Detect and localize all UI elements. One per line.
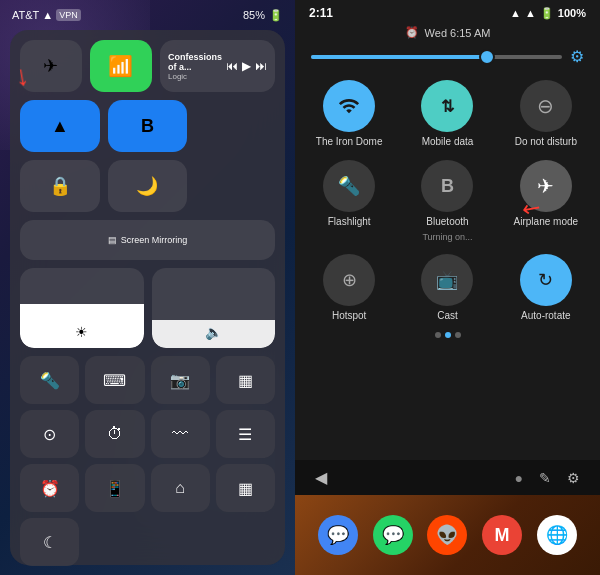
android-panel: ↙ 2:11 ▲ ▲ 🔋 100% ⏰ Wed 6:15 AM ⚙ The Ir… [295,0,600,575]
ios-music-widget[interactable]: Confessions of a... Logic ⏮ ▶ ⏭ [160,40,275,92]
ios-status-right: 85% 🔋 [243,9,283,22]
ios-bluetooth-toggle[interactable]: B [108,100,188,152]
android-tile-mobile-data[interactable]: ⇅ Mobile data [405,80,489,148]
android-tile-sublabel-bluetooth: Turning on... [422,232,472,242]
ios-flashlight-btn[interactable]: 🔦 [20,356,79,404]
android-tile-icon-flashlight: 🔦 [323,160,375,212]
android-status-right: ▲ ▲ 🔋 100% [510,7,586,20]
ios-lock-toggle[interactable]: 🔒 [20,160,100,212]
ios-next-icon[interactable]: ⏭ [255,59,267,73]
ios-record-btn[interactable]: ⊙ [20,410,79,458]
android-tile-icon-bluetooth: B [421,160,473,212]
android-notification: ⏰ Wed 6:15 AM [295,24,600,45]
ios-home-btn[interactable]: ⌂ [151,464,210,512]
android-brightness-thumb[interactable] [479,49,495,65]
android-tile-airplane[interactable]: ✈ Airplane mode [504,160,588,242]
ios-camera-icon: 📷 [170,371,190,390]
ios-lock-row: 🔒 🌙 [20,160,275,212]
android-nav-circle-icon: ● [515,470,523,486]
android-tile-icon-dnd: ⊖ [520,80,572,132]
ios-camera-btn[interactable]: 📷 [151,356,210,404]
ios-music-info: Confessions of a... Logic [168,52,222,81]
android-brightness-settings-icon[interactable]: ⚙ [570,47,584,66]
ios-vpn-badge: VPN [56,9,81,21]
ios-screen-mirroring[interactable]: ▤ Screen Mirroring [20,220,275,260]
ios-audio-btn[interactable]: 〰 [151,410,210,458]
ios-volume-icon: 🔈 [205,324,222,340]
ios-notes-btn[interactable]: ☰ [216,410,275,458]
ios-panel: ↓ AT&T ▲ VPN 85% 🔋 ✈ 📶 Confessions of a.… [0,0,295,575]
ios-prev-icon[interactable]: ⏮ [226,59,238,73]
ios-status-left: AT&T ▲ VPN [12,9,81,21]
android-nav-settings-icon[interactable]: ⚙ [567,470,580,486]
android-brightness-row: ⚙ [295,45,600,76]
ios-alarm-icon: ⏰ [40,479,60,498]
android-battery-icon: 🔋 [540,7,554,20]
android-tile-hotspot[interactable]: ⊕ Hotspot [307,254,391,322]
ios-hotspot-icon: 📶 [108,54,133,78]
ios-remote-btn[interactable]: 📱 [85,464,144,512]
android-dnd-icon: ⊖ [537,94,554,118]
android-mobile-data-arrows: ⇅ [441,97,454,116]
android-tile-icon-iron-dome [323,80,375,132]
android-bluetooth-icon: B [441,176,454,197]
android-nav-bar: ◀ ● ✎ ⚙ [295,460,600,495]
android-tile-bluetooth[interactable]: B Bluetooth Turning on... [405,160,489,242]
android-battery-pct: 100% [558,7,586,19]
android-reddit-icon: 👽 [436,524,458,546]
android-tile-icon-autorotate: ↻ [520,254,572,306]
android-nav-pencil-icon[interactable]: ✎ [539,470,551,486]
ios-timer-btn[interactable]: ⏱ [85,410,144,458]
android-tile-flashlight[interactable]: 🔦 Flashlight [307,160,391,242]
ios-grid-icon: ▦ [238,479,253,498]
ios-calculator-btn[interactable]: ⌨ [85,356,144,404]
ios-moon-toggle[interactable]: 🌙 [108,160,188,212]
android-dock-gmail[interactable]: M [482,515,522,555]
ios-second-row: ▲ B [20,100,275,152]
android-tile-icon-mobile-data: ⇅ [421,80,473,132]
android-page-dots [295,326,600,344]
android-tile-autorotate[interactable]: ↻ Auto-rotate [504,254,588,322]
ios-notes-icon: ☰ [238,425,252,444]
ios-mirroring-icon: ▤ [108,235,117,245]
android-brightness-fill [311,55,487,59]
ios-lock-icon: 🔒 [49,175,71,197]
android-nav-icons: ● ✎ ⚙ [515,470,580,486]
ios-ear-btn[interactable]: ☾ [20,518,79,566]
ios-grid-btn[interactable]: ▦ [216,464,275,512]
android-chrome-icon: 🌐 [546,524,568,546]
android-dock-chrome[interactable]: 🌐 [537,515,577,555]
android-cast-icon: 📺 [436,269,458,291]
ios-mirroring-label: Screen Mirroring [121,235,188,245]
ios-battery-pct: 85% [243,9,265,21]
android-back-btn[interactable]: ◀ [315,468,327,487]
ios-remote-icon: 📱 [105,479,125,498]
ios-audio-icon: 〰 [172,425,188,443]
android-notification-text: Wed 6:15 AM [425,27,491,39]
ios-bluetooth-icon: B [141,116,154,137]
android-alarm-icon: ⏰ [405,26,419,39]
ios-ear-icon: ☾ [43,533,57,552]
android-dock-whatsapp[interactable]: 💬 [373,515,413,555]
ios-alarm-btn[interactable]: ⏰ [20,464,79,512]
android-tile-label-hotspot: Hotspot [332,310,366,322]
ios-battery-icon: 🔋 [269,9,283,22]
android-dock-reddit[interactable]: 👽 [427,515,467,555]
ios-play-icon[interactable]: ▶ [242,59,251,73]
ios-volume-slider[interactable]: 🔈 [152,268,276,348]
android-airplane-icon: ✈ [537,174,554,198]
ios-hotspot-toggle[interactable]: 📶 [90,40,152,92]
android-tile-label-flashlight: Flashlight [328,216,371,228]
ios-brightness-slider[interactable]: ☀ [20,268,144,348]
android-tile-dnd[interactable]: ⊖ Do not disturb [504,80,588,148]
ios-toggle2-btn[interactable]: ▦ [216,356,275,404]
ios-wifi-toggle[interactable]: ▲ [20,100,100,152]
android-tile-cast[interactable]: 📺 Cast [405,254,489,322]
android-tile-label-bluetooth: Bluetooth [426,216,468,228]
android-brightness-track[interactable] [311,55,562,59]
android-tile-label-mobile-data: Mobile data [422,136,474,148]
ios-sliders: ☀ 🔈 [20,268,275,348]
android-tile-iron-dome[interactable]: The Iron Dome [307,80,391,148]
android-dock-messages[interactable]: 💬 [318,515,358,555]
android-whatsapp-icon: 💬 [382,524,404,546]
